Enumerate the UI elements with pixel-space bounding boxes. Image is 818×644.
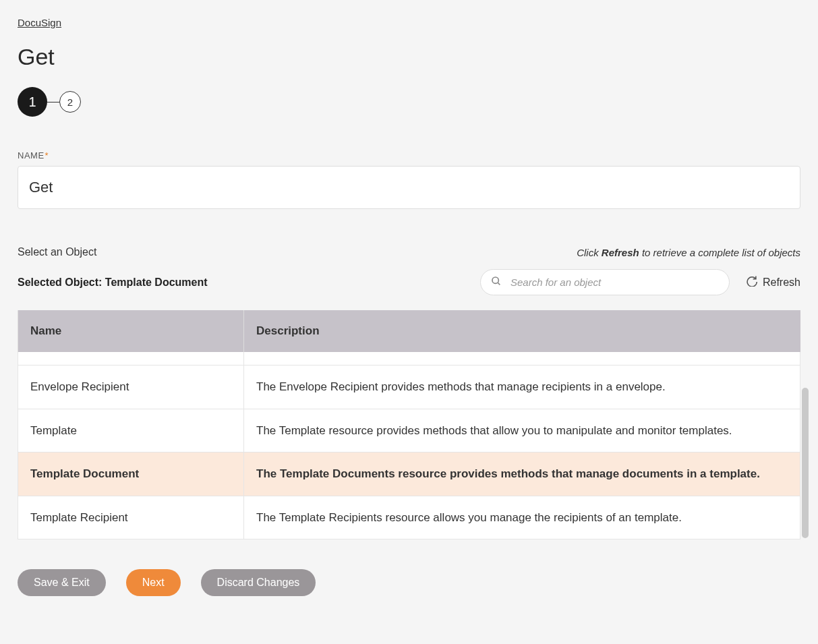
table-cell-name: Template Document [18,452,243,496]
step-2[interactable]: 2 [59,91,81,113]
table-row[interactable]: Template RecipientThe Template Recipient… [18,496,800,540]
breadcrumb-link[interactable]: DocuSign [18,17,61,28]
stepper: 1 2 [18,87,800,117]
name-input[interactable] [18,166,800,209]
save-exit-button[interactable]: Save & Exit [18,569,106,596]
table-row[interactable]: Template DocumentThe Template Documents … [18,452,800,496]
discard-changes-button[interactable]: Discard Changes [201,569,316,596]
search-input-wrap [480,269,730,295]
table-row[interactable]: TemplateThe Template resource provides m… [18,409,800,453]
table-cell-description: The Template Recipients resource allows … [243,496,800,540]
required-asterisk: * [45,150,49,160]
next-button[interactable]: Next [126,569,181,596]
table-row-partial[interactable] [18,352,800,365]
table-cell-description: The Envelope Recipient provides methods … [243,365,800,409]
refresh-hint: Click Refresh to retrieve a complete lis… [577,247,800,258]
object-table: Name Description Envelope RecipientThe E… [18,310,800,539]
refresh-icon [746,275,757,289]
refresh-button[interactable]: Refresh [746,275,800,289]
table-row[interactable]: Envelope RecipientThe Envelope Recipient… [18,365,800,409]
svg-point-0 [492,277,498,283]
scrollbar-thumb[interactable] [802,388,809,538]
name-field-label: NAME* [18,150,800,160]
select-object-label: Select an Object [18,246,96,258]
table-header-name: Name [18,310,243,352]
table-cell-name: Envelope Recipient [18,365,243,409]
selected-object-label: Selected Object: Template Document [18,276,208,289]
table-cell-name: Template [18,409,243,453]
step-1[interactable]: 1 [18,87,47,117]
page-title: Get [18,44,800,70]
search-icon [491,276,502,289]
table-cell-name: Template Recipient [18,496,243,540]
step-connector [47,102,59,103]
refresh-button-label: Refresh [763,276,800,289]
scrollbar[interactable] [802,353,809,539]
table-cell-description: The Template Documents resource provides… [243,452,800,496]
breadcrumb: DocuSign [18,17,800,29]
table-header-description: Description [243,310,800,352]
table-cell-description: The Template resource provides methods t… [243,409,800,453]
search-input[interactable] [480,269,730,295]
object-table-wrap: Name Description Envelope RecipientThe E… [18,310,800,539]
footer-buttons: Save & Exit Next Discard Changes [18,569,800,596]
svg-line-1 [498,283,500,285]
